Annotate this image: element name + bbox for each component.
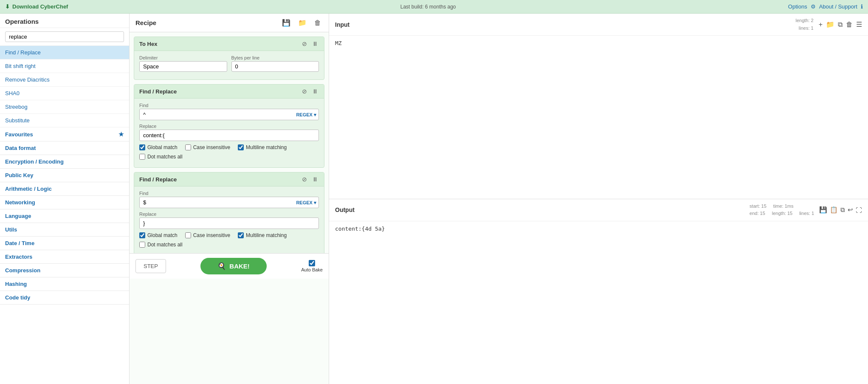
op-card-fr2-icons: ⊘ ⏸ <box>301 176 319 183</box>
fr2-find-input[interactable] <box>139 197 319 208</box>
fr2-global-match-text: Global match <box>147 232 178 238</box>
fr1-global-match-label[interactable]: Global match <box>139 144 178 150</box>
about-label[interactable]: About / Support <box>819 3 857 10</box>
sidebar-item-encryption-encoding[interactable]: Encryption / Encoding <box>0 155 129 169</box>
fr1-case-insensitive-label[interactable]: Case insensitive <box>185 144 230 150</box>
op-card-fr1-header: Find / Replace ⊘ ⏸ <box>134 85 324 99</box>
fr2-case-insensitive-label[interactable]: Case insensitive <box>185 232 230 238</box>
search-input-wrap <box>0 28 129 46</box>
auto-bake-wrap: Auto Bake <box>301 260 323 272</box>
sidebar-item-substitute[interactable]: Substitute <box>0 114 129 127</box>
fr2-dot-matches-label[interactable]: Dot matches all <box>139 242 183 248</box>
step-button[interactable]: STEP <box>135 259 166 273</box>
fr1-regex-button[interactable]: REGEX ▾ <box>296 112 316 117</box>
fr2-multiline-text: Multiline matching <box>246 232 287 238</box>
delimiter-group: Delimiter <box>139 55 227 72</box>
fr2-multiline-checkbox[interactable] <box>238 232 244 238</box>
fr1-dot-matches-checkbox[interactable] <box>139 154 145 160</box>
sidebar-item-bit-shift-right[interactable]: Bit shift right <box>0 59 129 73</box>
bytes-per-line-input[interactable] <box>231 61 319 72</box>
recipe-save-button[interactable]: 💾 <box>280 18 292 28</box>
fr1-dot-matches-text: Dot matches all <box>147 154 183 160</box>
sidebar-title: Operations <box>0 14 129 28</box>
op-fr1-disable-button[interactable]: ⊘ <box>301 88 308 95</box>
fr2-replace-group: Replace <box>139 212 319 229</box>
fr1-options-row: Global match Case insensitive Multiline … <box>139 144 319 150</box>
fr1-dot-row: Dot matches all <box>139 154 319 160</box>
about-icon: ℹ <box>861 3 863 10</box>
fr2-regex-button[interactable]: REGEX ▾ <box>296 200 316 205</box>
fr1-multiline-label[interactable]: Multiline matching <box>238 144 287 150</box>
sidebar-item-find-replace[interactable]: Find / Replace <box>0 46 129 59</box>
fr1-global-match-checkbox[interactable] <box>139 144 145 150</box>
op-card-fr1-title: Find / Replace <box>139 88 177 95</box>
sidebar-item-compression[interactable]: Compression <box>0 264 129 277</box>
fr1-find-input-wrap: REGEX ▾ <box>139 109 319 120</box>
fr1-dot-matches-label[interactable]: Dot matches all <box>139 154 183 160</box>
op-pause-button[interactable]: ⏸ <box>311 40 319 47</box>
bake-label: BAKE! <box>229 263 250 270</box>
fr2-multiline-label[interactable]: Multiline matching <box>238 232 287 238</box>
op-card-find-replace-2: Find / Replace ⊘ ⏸ Find REGEX ▾ <box>134 172 324 253</box>
fr1-replace-input[interactable] <box>139 130 319 141</box>
bake-button[interactable]: 🍳 BAKE! <box>200 258 267 274</box>
sidebar-item-code-tidy[interactable]: Code tidy <box>0 291 129 305</box>
fr1-find-input[interactable] <box>139 109 319 120</box>
topbar-right[interactable]: Options ⚙ About / Support ℹ <box>788 3 863 10</box>
build-info: Last build: 6 months ago <box>400 4 456 10</box>
output-undo-button[interactable]: ↩ <box>848 206 853 214</box>
fr1-case-insensitive-checkbox[interactable] <box>185 144 191 150</box>
fr2-dot-matches-checkbox[interactable] <box>139 242 145 248</box>
recipe-trash-button[interactable]: 🗑 <box>313 18 323 28</box>
fr1-multiline-checkbox[interactable] <box>238 144 244 150</box>
output-expand-button[interactable]: ⛶ <box>856 206 862 214</box>
sidebar-item-extractors[interactable]: Extractors <box>0 250 129 264</box>
fr1-replace-group: Replace <box>139 124 319 141</box>
sidebar-item-hashing[interactable]: Hashing <box>0 277 129 291</box>
input-add-button[interactable]: + <box>819 21 823 28</box>
sidebar-item-sha0[interactable]: SHA0 <box>0 87 129 100</box>
fr2-case-insensitive-text: Case insensitive <box>193 232 230 238</box>
delimiter-input[interactable] <box>139 61 227 72</box>
sidebar-item-data-format[interactable]: Data format <box>0 141 129 155</box>
input-text: MZ <box>335 40 342 46</box>
op-disable-button[interactable]: ⊘ <box>301 40 308 47</box>
auto-bake-checkbox[interactable] <box>309 260 315 266</box>
fr2-case-insensitive-checkbox[interactable] <box>185 232 191 238</box>
input-content[interactable]: MZ <box>329 36 868 198</box>
sidebar-item-streebog[interactable]: Streebog <box>0 100 129 114</box>
input-folder-button[interactable]: 📁 <box>826 20 834 28</box>
input-menu-button[interactable]: ☰ <box>856 20 862 28</box>
recipe-folder-button[interactable]: 📁 <box>296 18 308 28</box>
input-split-button[interactable]: ⧉ <box>838 21 843 28</box>
sidebar-item-networking[interactable]: Networking <box>0 196 129 209</box>
fr2-find-input-wrap: REGEX ▾ <box>139 197 319 208</box>
download-label[interactable]: Download CyberChef <box>12 3 68 10</box>
sidebar-item-public-key[interactable]: Public Key <box>0 169 129 182</box>
options-label[interactable]: Options <box>788 3 807 10</box>
op-fr1-pause-button[interactable]: ⏸ <box>311 88 319 95</box>
output-split-button[interactable]: ⧉ <box>840 206 845 214</box>
topbar: ⬇ Download CyberChef Last build: 6 month… <box>0 0 868 14</box>
input-trash-button[interactable]: 🗑 <box>846 21 853 28</box>
sidebar-item-utils[interactable]: Utils <box>0 223 129 237</box>
output-time: time: 1ms <box>773 203 794 210</box>
output-copy-button[interactable]: 📋 <box>830 206 838 214</box>
op-fr2-disable-button[interactable]: ⊘ <box>301 176 308 183</box>
sidebar-item-arithmetic-logic[interactable]: Arithmetic / Logic <box>0 182 129 196</box>
search-input[interactable] <box>5 31 124 42</box>
chef-icon: 🍳 <box>217 262 226 270</box>
sidebar-item-remove-diacritics[interactable]: Remove Diacritics <box>0 73 129 87</box>
fr2-global-match-checkbox[interactable] <box>139 232 145 238</box>
fr1-find-group: Find REGEX ▾ <box>139 103 319 120</box>
sidebar-item-language[interactable]: Language <box>0 209 129 223</box>
op-card-to-hex: To Hex ⊘ ⏸ Delimiter Bytes per line <box>134 37 324 80</box>
op-fr2-pause-button[interactable]: ⏸ <box>311 176 319 183</box>
fr2-replace-input[interactable] <box>139 217 319 229</box>
output-save-button[interactable]: 💾 <box>819 206 827 214</box>
sidebar-item-date-time[interactable]: Date / Time <box>0 237 129 250</box>
output-panel: Output start: 15 time: 1ms end: 15 lengt… <box>329 199 868 384</box>
sidebar-favourites[interactable]: Favourites ★ <box>0 127 129 141</box>
fr2-global-match-label[interactable]: Global match <box>139 232 178 238</box>
fr1-global-match-text: Global match <box>147 144 178 150</box>
